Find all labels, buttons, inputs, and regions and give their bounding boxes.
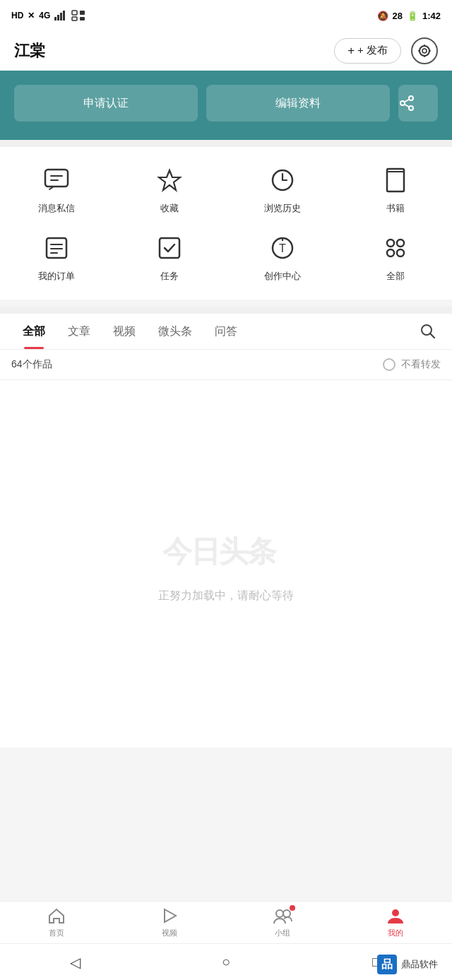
- status-time: 1:42: [422, 11, 441, 21]
- order-icon: [40, 232, 73, 264]
- svg-text:今日头条: 今日头条: [162, 535, 278, 568]
- status-right: 🔕 28 🔋 1:42: [377, 11, 441, 21]
- book-icon: [379, 164, 412, 196]
- brand-name: 鼎品软件: [401, 958, 438, 971]
- svg-rect-5: [80, 11, 85, 15]
- nav-video[interactable]: 视频: [113, 902, 226, 943]
- menu-row-2: 我的订单 任务 T 创作中心: [0, 226, 452, 294]
- video-label: 视频: [162, 928, 177, 938]
- menu-item-history[interactable]: 浏览历史: [226, 164, 339, 215]
- group-badge: [290, 905, 295, 911]
- create-icon: T: [266, 232, 299, 264]
- nav-home[interactable]: 首页: [0, 902, 113, 943]
- profile-actions: 申请认证 编辑资料: [14, 85, 438, 122]
- status-4g: 4G: [39, 11, 50, 20]
- brand-watermark: 品 鼎品软件: [377, 955, 438, 974]
- tab-article[interactable]: 文章: [56, 314, 102, 349]
- group-icon: [273, 907, 292, 925]
- share-button[interactable]: [398, 85, 438, 122]
- menu-section: 消息私信 收藏 浏览历史: [0, 147, 452, 300]
- publish-label: + 发布: [357, 44, 388, 57]
- menu-item-message[interactable]: 消息私信: [0, 164, 113, 215]
- home-icon: [47, 907, 66, 925]
- svg-text:T: T: [279, 242, 286, 254]
- menu-item-book[interactable]: 书籍: [339, 164, 452, 215]
- status-hd: HD: [11, 11, 23, 20]
- svg-rect-2: [60, 13, 62, 20]
- status-bar: HD ✕ 4G 🔕 28 🔋 1:42: [0, 0, 452, 31]
- svg-rect-6: [72, 17, 77, 20]
- svg-rect-4: [72, 11, 77, 15]
- svg-rect-14: [45, 170, 68, 187]
- svg-marker-38: [165, 909, 176, 922]
- works-count: 64个作品: [11, 358, 52, 371]
- mute-icon: 🔕: [377, 11, 388, 21]
- back-button[interactable]: ◁: [58, 948, 93, 976]
- tab-qa[interactable]: 问答: [203, 314, 249, 349]
- home-button[interactable]: ○: [208, 948, 244, 976]
- book-label: 书籍: [386, 202, 405, 215]
- svg-point-40: [283, 910, 290, 917]
- header-actions: + + 发布: [334, 37, 438, 64]
- svg-point-8: [420, 46, 429, 56]
- svg-point-34: [397, 249, 404, 256]
- mine-icon: [386, 907, 405, 925]
- tab-microblog[interactable]: 微头条: [147, 314, 203, 349]
- brand-logo: 品: [377, 955, 397, 974]
- content-bar: 64个作品 不看转发: [0, 350, 452, 380]
- mine-label: 我的: [388, 928, 403, 938]
- create-label: 创作中心: [264, 270, 301, 283]
- nav-group[interactable]: 小组: [226, 902, 339, 943]
- svg-rect-27: [160, 238, 179, 258]
- svg-point-41: [392, 909, 399, 916]
- search-button[interactable]: [415, 319, 441, 344]
- nav-mine[interactable]: 我的: [339, 902, 452, 943]
- history-label: 浏览历史: [264, 202, 301, 215]
- profile-section: 申请认证 编辑资料: [0, 71, 452, 140]
- svg-point-9: [422, 49, 427, 53]
- all-icon: [379, 232, 412, 264]
- svg-point-31: [387, 240, 394, 247]
- message-icon: [40, 164, 73, 196]
- edit-profile-button[interactable]: 编辑资料: [206, 85, 390, 122]
- menu-item-task[interactable]: 任务: [113, 232, 226, 283]
- header: 江棠 + + 发布: [0, 31, 452, 71]
- tabs-section: 全部 文章 视频 微头条 问答: [0, 314, 452, 350]
- home-label: 首页: [49, 928, 64, 938]
- bottom-nav: 首页 视频 小组 我的: [0, 901, 452, 943]
- svg-marker-17: [159, 170, 180, 190]
- svg-point-39: [276, 910, 283, 917]
- scan-button[interactable]: [411, 37, 438, 64]
- svg-rect-7: [80, 17, 85, 20]
- menu-item-favorites[interactable]: 收藏: [113, 164, 226, 215]
- certify-button[interactable]: 申请认证: [14, 85, 198, 122]
- app-watermark: 今日头条: [155, 525, 297, 574]
- status-signal: [54, 11, 67, 20]
- status-cross: ✕: [28, 11, 35, 20]
- menu-item-order[interactable]: 我的订单: [0, 232, 113, 283]
- plus-icon: +: [347, 44, 355, 58]
- svg-point-32: [397, 240, 404, 247]
- history-icon: [266, 164, 299, 196]
- favorites-label: 收藏: [160, 202, 179, 215]
- task-icon: [153, 232, 186, 264]
- menu-item-create[interactable]: T 创作中心: [226, 232, 339, 283]
- radio-circle: [383, 358, 396, 371]
- svg-point-33: [387, 249, 394, 256]
- svg-rect-3: [63, 11, 65, 20]
- menu-item-all[interactable]: 全部: [339, 232, 452, 283]
- svg-line-36: [430, 333, 434, 338]
- group-label: 小组: [275, 928, 290, 938]
- divider-2: [0, 307, 452, 314]
- tab-video[interactable]: 视频: [102, 314, 147, 349]
- no-repost-toggle[interactable]: 不看转发: [383, 358, 441, 371]
- battery-icon: 🔋: [407, 11, 418, 21]
- status-apps: [71, 10, 85, 21]
- page-title: 江棠: [14, 40, 45, 61]
- tab-all[interactable]: 全部: [11, 314, 56, 349]
- order-label: 我的订单: [38, 270, 75, 283]
- loading-area: 今日头条 正努力加载中，请耐心等待: [0, 380, 452, 748]
- no-repost-label: 不看转发: [401, 358, 441, 371]
- star-icon: [153, 164, 186, 196]
- publish-button[interactable]: + + 发布: [334, 38, 401, 64]
